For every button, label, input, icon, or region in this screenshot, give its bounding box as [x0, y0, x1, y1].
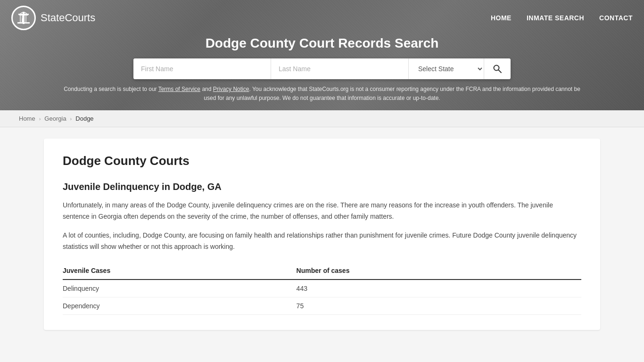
svg-rect-8 — [24, 16, 25, 22]
breadcrumb-sep-2: › — [70, 116, 72, 122]
col-header-cases: Juvenile Cases — [63, 262, 287, 280]
main-content: Dodge County Courts Juvenile Delinquency… — [0, 127, 644, 341]
svg-rect-9 — [25, 16, 26, 22]
case-value: 75 — [287, 297, 581, 314]
page-heading: Dodge County Courts — [63, 154, 581, 168]
tos-link[interactable]: Terms of Service — [158, 86, 200, 92]
paragraph-1: Unfortunately, in many areas of the Dodg… — [63, 200, 581, 222]
nav-home[interactable]: HOME — [491, 14, 512, 22]
search-section: Dodge County Court Records Search Select… — [0, 36, 644, 110]
svg-rect-2 — [19, 22, 20, 23]
case-label: Delinquency — [63, 280, 287, 297]
table-header-row: Juvenile Cases Number of cases — [63, 262, 581, 280]
first-name-input[interactable] — [133, 58, 271, 79]
svg-rect-6 — [20, 16, 21, 22]
breadcrumb-county: Dodge — [75, 115, 93, 122]
table-row: Dependency 75 — [63, 297, 581, 314]
case-value: 443 — [287, 280, 581, 297]
breadcrumb-sep-1: › — [39, 116, 41, 122]
breadcrumb: Home › Georgia › Dodge — [0, 110, 644, 127]
last-name-input[interactable] — [271, 58, 409, 79]
nav-inmate-search[interactable]: INMATE SEARCH — [527, 14, 584, 22]
search-title: Dodge County Court Records Search — [11, 36, 633, 51]
content-card: Dodge County Courts Juvenile Delinquency… — [44, 139, 600, 329]
paragraph-2: A lot of counties, including, Dodge Coun… — [63, 230, 581, 253]
svg-rect-5 — [18, 14, 29, 15]
juvenile-cases-table: Juvenile Cases Number of cases Delinquen… — [63, 262, 581, 315]
svg-line-11 — [499, 70, 502, 73]
logo-icon — [11, 6, 36, 30]
search-button[interactable] — [484, 58, 511, 79]
state-select[interactable]: Select State AlabamaAlaskaArizona Arkans… — [409, 58, 484, 79]
table-row: Delinquency 443 — [63, 280, 581, 297]
site-logo[interactable]: StateCourts — [11, 6, 95, 30]
nav-links: HOME INMATE SEARCH CONTACT — [491, 14, 633, 22]
breadcrumb-state[interactable]: Georgia — [44, 115, 66, 122]
breadcrumb-home[interactable]: Home — [19, 115, 35, 122]
svg-rect-7 — [22, 16, 23, 22]
privacy-link[interactable]: Privacy Notice — [213, 86, 249, 92]
disclaimer-text: Conducting a search is subject to our Te… — [63, 85, 581, 103]
search-icon — [493, 64, 502, 74]
main-nav: StateCourts HOME INMATE SEARCH CONTACT — [0, 0, 644, 36]
logo-text: StateCourts — [41, 12, 95, 24]
nav-contact[interactable]: CONTACT — [599, 14, 633, 22]
section-heading: Juvenile Delinquency in Dodge, GA — [63, 181, 581, 192]
case-label: Dependency — [63, 297, 287, 314]
site-header: StateCourts HOME INMATE SEARCH CONTACT D… — [0, 0, 644, 110]
search-bar: Select State AlabamaAlaskaArizona Arkans… — [133, 58, 511, 79]
svg-rect-1 — [17, 22, 30, 24]
col-header-number: Number of cases — [287, 262, 581, 280]
